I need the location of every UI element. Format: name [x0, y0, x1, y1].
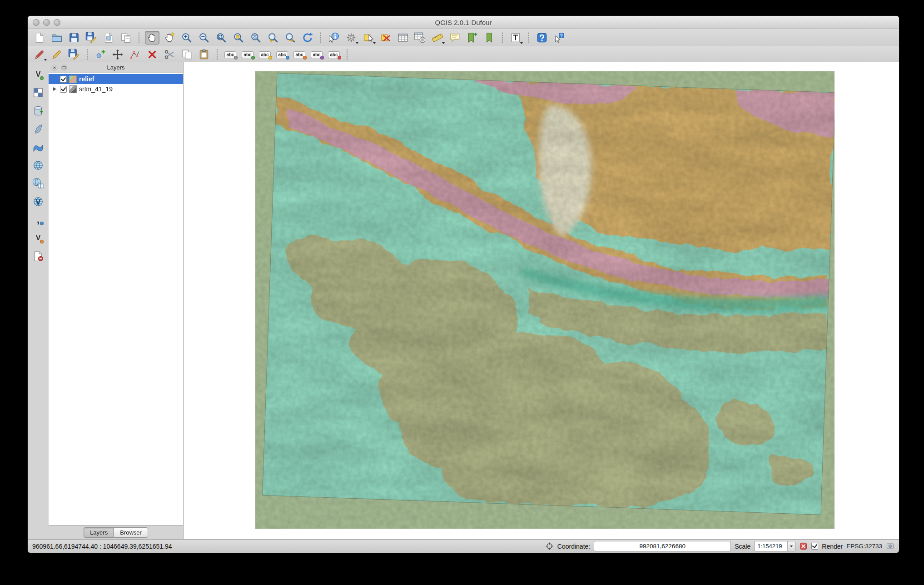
scale-value: 1:154219 — [755, 543, 787, 550]
minimize-button[interactable] — [43, 19, 50, 26]
toolbar-grip[interactable] — [216, 49, 219, 60]
scale-dropdown-button[interactable] — [787, 541, 795, 551]
current-edits-button[interactable] — [32, 48, 47, 61]
zoom-last-button[interactable] — [266, 31, 280, 45]
identify-features-button[interactable] — [327, 31, 341, 45]
add-mssql-layer-button[interactable] — [31, 140, 45, 154]
toolbar-grip[interactable] — [319, 32, 322, 43]
move-label-button[interactable]: abc — [292, 48, 307, 61]
composer-manager-button[interactable] — [119, 31, 133, 45]
map-tips-button[interactable] — [447, 31, 462, 45]
add-postgis-layer-button[interactable] — [31, 104, 45, 118]
toolbar-grip[interactable] — [138, 32, 140, 43]
toolbar-grip[interactable] — [501, 32, 504, 43]
stop-rendering-icon[interactable] — [799, 542, 808, 550]
layer-labeling-options-button[interactable]: abc — [223, 48, 238, 61]
select-features-button[interactable] — [361, 31, 376, 45]
layer-name[interactable]: srtm_41_19 — [79, 85, 113, 93]
add-wfs-layer-button[interactable] — [31, 195, 45, 208]
zoom-to-layer-button[interactable] — [248, 31, 263, 45]
panel-close-icon[interactable] — [51, 64, 58, 71]
save-project-button[interactable] — [67, 31, 81, 45]
field-calculator-button[interactable] — [413, 31, 427, 45]
pan-to-selection-button[interactable] — [162, 31, 177, 45]
node-tool-button[interactable] — [128, 48, 142, 61]
identify-icon — [328, 32, 340, 44]
panel-float-icon[interactable] — [60, 64, 68, 71]
label-layer-button[interactable]: abc — [240, 48, 255, 61]
toolbar-grip[interactable] — [86, 49, 89, 60]
title-bar[interactable]: QGIS 2.0.1-Dufour — [28, 16, 899, 29]
zoom-out-icon — [198, 32, 210, 44]
new-project-button[interactable] — [32, 31, 47, 45]
layer-visibility-checkbox[interactable] — [60, 86, 67, 93]
layer-row-relief[interactable]: relief — [49, 74, 183, 84]
zoom-next-button[interactable] — [283, 31, 298, 45]
add-feature-button[interactable] — [93, 48, 108, 61]
add-raster-layer-button[interactable] — [31, 86, 45, 99]
add-delimited-text-layer-button[interactable]: , — [31, 213, 45, 227]
expand-arrow-icon[interactable] — [53, 87, 56, 91]
run-feature-action-button[interactable] — [344, 31, 358, 45]
add-wcs-layer-button[interactable] — [31, 177, 45, 190]
zoom-to-selection-button[interactable] — [231, 31, 246, 45]
abc-label-icon: abc — [276, 51, 288, 58]
main-area: V , V Layers reli — [28, 62, 899, 539]
attribute-table-icon — [397, 32, 409, 44]
zoom-out-button[interactable] — [197, 31, 211, 45]
map-canvas[interactable] — [183, 62, 899, 539]
toggle-editing-button[interactable] — [50, 48, 64, 61]
coordinate-input[interactable] — [594, 541, 731, 551]
copy-features-button[interactable] — [179, 48, 194, 61]
save-project-as-button[interactable] — [84, 31, 99, 45]
whats-this-button[interactable] — [552, 31, 566, 45]
add-wms-layer-button[interactable] — [31, 159, 45, 172]
scale-combo[interactable]: 1:154219 — [754, 541, 795, 551]
open-attribute-table-button[interactable] — [396, 31, 410, 45]
manage-layers-toolbar: V , V — [28, 62, 49, 539]
add-spatialite-layer-button[interactable] — [31, 122, 45, 136]
copy-icon — [181, 49, 193, 60]
refresh-map-button[interactable] — [300, 31, 315, 45]
pin-labels-button[interactable]: abc — [258, 48, 272, 61]
save-project-as-icon — [85, 32, 97, 44]
new-bookmark-button[interactable] — [465, 31, 479, 45]
help-contents-button[interactable] — [535, 31, 549, 45]
cut-features-button[interactable] — [162, 48, 177, 61]
map-view[interactable] — [255, 71, 835, 529]
save-layer-edits-button[interactable] — [67, 48, 81, 61]
open-project-button[interactable] — [50, 31, 64, 45]
text-annotation-button[interactable] — [508, 31, 523, 45]
toolbar-grip[interactable] — [527, 32, 530, 43]
layer-visibility-checkbox[interactable] — [60, 76, 67, 83]
measure-button[interactable] — [430, 31, 445, 45]
move-feature-button[interactable] — [110, 48, 125, 61]
paste-features-button[interactable] — [197, 48, 211, 61]
paste-icon — [198, 49, 210, 60]
new-print-composer-button[interactable] — [101, 31, 116, 45]
rotate-label-button[interactable]: abc — [309, 48, 324, 61]
remove-layer-button[interactable] — [31, 249, 45, 263]
add-vector-layer-button[interactable]: V — [31, 68, 45, 81]
crs-status-icon[interactable] — [886, 542, 894, 550]
delete-selected-button[interactable] — [145, 48, 159, 61]
render-checkbox[interactable] — [811, 543, 818, 550]
zoom-button[interactable] — [54, 19, 60, 26]
tab-browser[interactable]: Browser — [114, 527, 148, 538]
close-button[interactable] — [33, 19, 40, 26]
change-label-properties-button[interactable]: abc — [327, 48, 341, 61]
layer-name[interactable]: relief — [79, 75, 94, 83]
zoom-full-button[interactable] — [214, 31, 229, 45]
tab-layers[interactable]: Layers — [84, 527, 114, 538]
toolbar-grip[interactable] — [346, 49, 348, 60]
deselect-all-button[interactable] — [378, 31, 393, 45]
dropdown-arrow-icon — [442, 42, 445, 44]
pan-map-button[interactable] — [145, 31, 159, 45]
show-bookmarks-button[interactable] — [482, 31, 497, 45]
wfs-layer-icon — [32, 196, 44, 208]
zoom-in-button[interactable] — [179, 31, 194, 45]
new-shapefile-layer-button[interactable]: V — [31, 231, 45, 245]
layer-row-srtm[interactable]: srtm_41_19 — [49, 84, 183, 94]
add-marker-icon — [40, 76, 44, 80]
highlight-pinned-labels-button[interactable]: abc — [275, 48, 289, 61]
